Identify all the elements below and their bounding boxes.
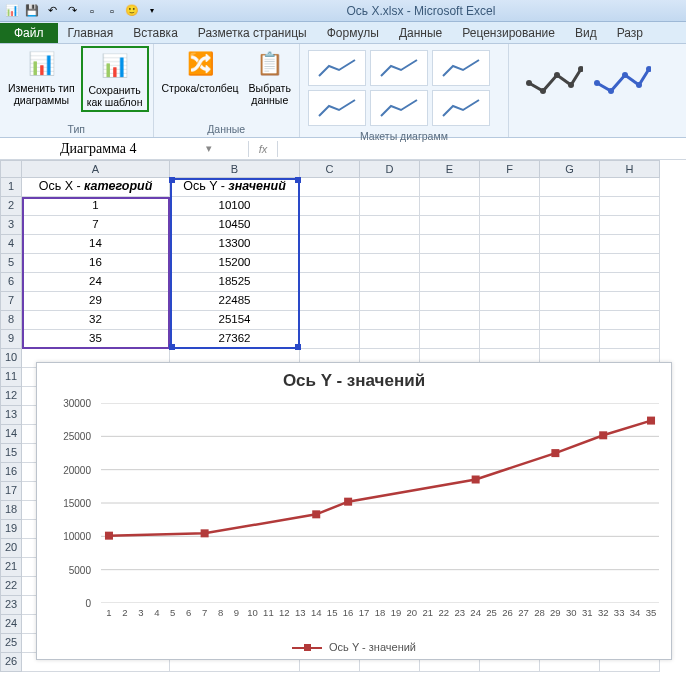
cell[interactable]: 15200 bbox=[170, 254, 300, 273]
cell[interactable] bbox=[360, 216, 420, 235]
row-header[interactable]: 7 bbox=[0, 292, 22, 311]
style-item[interactable] bbox=[523, 52, 585, 102]
row-header[interactable]: 1 bbox=[0, 178, 22, 197]
cell[interactable] bbox=[420, 273, 480, 292]
cell[interactable] bbox=[540, 254, 600, 273]
col-header[interactable]: D bbox=[360, 160, 420, 178]
cell[interactable]: 22485 bbox=[170, 292, 300, 311]
cell[interactable]: 35 bbox=[22, 330, 170, 349]
cell[interactable] bbox=[300, 311, 360, 330]
cell[interactable] bbox=[420, 216, 480, 235]
cell[interactable] bbox=[480, 273, 540, 292]
layout-gallery[interactable] bbox=[304, 46, 504, 130]
tab-insert[interactable]: Вставка bbox=[123, 23, 188, 43]
row-header[interactable]: 11 bbox=[0, 368, 22, 387]
chart-legend[interactable]: Ось Y - значений bbox=[37, 641, 671, 653]
cell[interactable] bbox=[420, 197, 480, 216]
cell[interactable] bbox=[300, 330, 360, 349]
select-data-button[interactable]: 📋 Выбрать данные bbox=[245, 46, 295, 108]
row-header[interactable]: 13 bbox=[0, 406, 22, 425]
row-header[interactable]: 19 bbox=[0, 520, 22, 539]
tab-dev[interactable]: Разр bbox=[607, 23, 653, 43]
row-header[interactable]: 8 bbox=[0, 311, 22, 330]
cell[interactable] bbox=[600, 330, 660, 349]
row-header[interactable]: 23 bbox=[0, 596, 22, 615]
cell[interactable] bbox=[600, 311, 660, 330]
row-header[interactable]: 21 bbox=[0, 558, 22, 577]
cell[interactable]: 14 bbox=[22, 235, 170, 254]
row-header[interactable]: 9 bbox=[0, 330, 22, 349]
row-header[interactable]: 26 bbox=[0, 653, 22, 672]
cell[interactable] bbox=[540, 273, 600, 292]
cell[interactable] bbox=[540, 235, 600, 254]
name-box[interactable]: Диаграмма 4 bbox=[0, 141, 200, 157]
cell[interactable]: 24 bbox=[22, 273, 170, 292]
cell[interactable]: 25154 bbox=[170, 311, 300, 330]
cell[interactable] bbox=[360, 330, 420, 349]
cell[interactable]: 32 bbox=[22, 311, 170, 330]
embedded-chart[interactable]: Ось Y - значений 05000100001500020000250… bbox=[36, 362, 672, 660]
cell[interactable] bbox=[600, 235, 660, 254]
cell[interactable] bbox=[540, 178, 600, 197]
cell[interactable] bbox=[540, 330, 600, 349]
chart-title[interactable]: Ось Y - значений bbox=[37, 363, 671, 395]
cell[interactable] bbox=[300, 235, 360, 254]
cell[interactable]: 10100 bbox=[170, 197, 300, 216]
tab-review[interactable]: Рецензирование bbox=[452, 23, 565, 43]
namebox-dropdown-icon[interactable]: ▾ bbox=[200, 142, 218, 155]
row-header[interactable]: 14 bbox=[0, 425, 22, 444]
cell[interactable]: 13300 bbox=[170, 235, 300, 254]
row-header[interactable]: 24 bbox=[0, 615, 22, 634]
cell[interactable] bbox=[360, 292, 420, 311]
cell[interactable] bbox=[420, 178, 480, 197]
cell[interactable] bbox=[360, 235, 420, 254]
col-header[interactable]: F bbox=[480, 160, 540, 178]
col-header[interactable]: E bbox=[420, 160, 480, 178]
undo-icon[interactable]: ↶ bbox=[44, 3, 60, 19]
cell[interactable] bbox=[420, 311, 480, 330]
cell[interactable] bbox=[540, 292, 600, 311]
cell[interactable] bbox=[600, 216, 660, 235]
row-header[interactable]: 5 bbox=[0, 254, 22, 273]
cell[interactable]: 27362 bbox=[170, 330, 300, 349]
layout-item[interactable] bbox=[432, 90, 490, 126]
col-header[interactable]: B bbox=[170, 160, 300, 178]
cell[interactable] bbox=[480, 254, 540, 273]
cell[interactable]: 1 bbox=[22, 197, 170, 216]
cell[interactable] bbox=[600, 254, 660, 273]
col-header[interactable]: H bbox=[600, 160, 660, 178]
row-header[interactable]: 12 bbox=[0, 387, 22, 406]
cell[interactable] bbox=[300, 178, 360, 197]
col-header[interactable]: G bbox=[540, 160, 600, 178]
tab-formulas[interactable]: Формулы bbox=[317, 23, 389, 43]
row-header[interactable]: 4 bbox=[0, 235, 22, 254]
cell[interactable] bbox=[600, 178, 660, 197]
layout-item[interactable] bbox=[308, 90, 366, 126]
row-header[interactable]: 2 bbox=[0, 197, 22, 216]
cell[interactable] bbox=[540, 216, 600, 235]
cell[interactable]: Ось X - категорий bbox=[22, 178, 170, 197]
qat-item-icon[interactable]: ▫ bbox=[104, 3, 120, 19]
cell[interactable] bbox=[480, 235, 540, 254]
cell[interactable] bbox=[420, 254, 480, 273]
cell[interactable]: Ось Y - значений bbox=[170, 178, 300, 197]
select-all-corner[interactable] bbox=[0, 160, 22, 178]
cell[interactable]: 7 bbox=[22, 216, 170, 235]
redo-icon[interactable]: ↷ bbox=[64, 3, 80, 19]
cell[interactable] bbox=[420, 292, 480, 311]
row-header[interactable]: 17 bbox=[0, 482, 22, 501]
cell[interactable] bbox=[480, 311, 540, 330]
cell[interactable] bbox=[360, 197, 420, 216]
switch-row-col-button[interactable]: 🔀 Строка/столбец bbox=[158, 46, 243, 96]
tab-home[interactable]: Главная bbox=[58, 23, 124, 43]
row-header[interactable]: 16 bbox=[0, 463, 22, 482]
cell[interactable] bbox=[540, 197, 600, 216]
cell[interactable] bbox=[300, 292, 360, 311]
layout-item[interactable] bbox=[308, 50, 366, 86]
tab-view[interactable]: Вид bbox=[565, 23, 607, 43]
row-header[interactable]: 6 bbox=[0, 273, 22, 292]
cell[interactable] bbox=[360, 178, 420, 197]
qat-dropdown-icon[interactable]: ▾ bbox=[144, 3, 160, 19]
row-header[interactable]: 20 bbox=[0, 539, 22, 558]
cell[interactable] bbox=[600, 197, 660, 216]
